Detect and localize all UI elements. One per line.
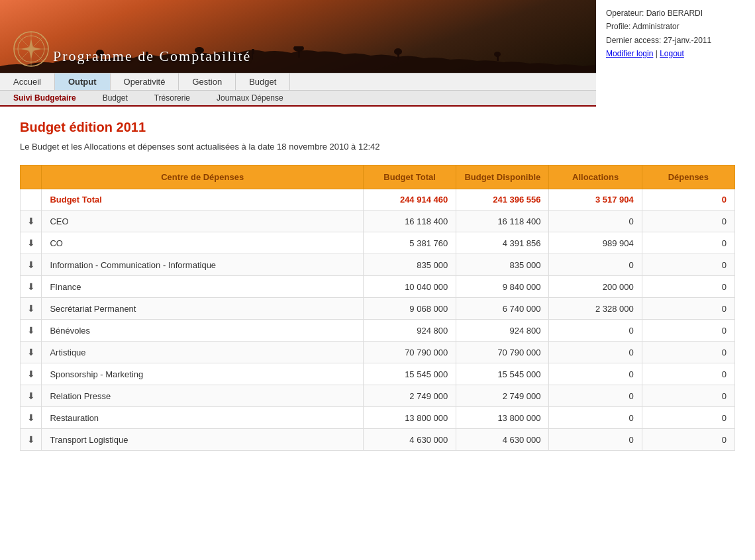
row-depenses: 0 (642, 298, 734, 320)
row-budget-total: 924 800 (363, 320, 456, 342)
header-budget-total: Budget Total (363, 165, 456, 189)
secondary-nav: Suivi Budgetaire Budget Trésorerie Journ… (0, 91, 596, 107)
budget-table: Centre de Dépenses Budget Total Budget D… (20, 165, 735, 451)
page-title: Budget édition 2011 (20, 120, 735, 135)
row-download-icon[interactable]: ⬇ (21, 429, 42, 451)
row-name: Transport Logistique (42, 429, 364, 451)
page-subtitle: Le Budget et les Allocations et dépenses… (20, 142, 735, 152)
row-name: Bénévoles (42, 320, 364, 342)
row-allocations: 0 (549, 385, 642, 407)
row-depenses: 0 (642, 254, 734, 276)
row-name: Artistique (42, 342, 364, 363)
row-allocations: 0 (549, 363, 642, 385)
row-name: CEO (42, 210, 364, 232)
header-allocations: Allocations (549, 165, 642, 189)
row-budget-disponible: 924 800 (456, 320, 549, 342)
row-download-icon[interactable]: ⬇ (21, 232, 42, 254)
nav-operativite[interactable]: Operativité (111, 73, 179, 90)
app-title: Programme de Comptabilité (0, 48, 251, 73)
row-depenses: 0 (642, 320, 734, 342)
table-row: ⬇CEO16 118 40016 118 40000 (21, 210, 735, 232)
profile-info: Profile: Administrator (606, 20, 745, 33)
row-allocations: 0 (549, 429, 642, 451)
row-budget-total: 9 068 000 (363, 298, 456, 320)
row-allocations: 0 (549, 407, 642, 429)
operateur-info: Operateur: Dario BERARDI (606, 7, 745, 20)
row-budget-disponible: 6 740 000 (456, 298, 549, 320)
total-budget-disponible: 241 396 556 (456, 189, 549, 210)
row-budget-disponible: 835 000 (456, 254, 549, 276)
nav-budget-sec[interactable]: Budget (89, 91, 141, 105)
svg-point-17 (394, 48, 402, 55)
row-budget-total: 15 545 000 (363, 363, 456, 385)
nav-suivi-budgetaire[interactable]: Suivi Budgetaire (0, 91, 89, 105)
row-allocations: 0 (549, 342, 642, 363)
header-centre-depenses: Centre de Dépenses (42, 165, 364, 189)
svg-point-19 (494, 52, 501, 57)
table-row: ⬇Bénévoles924 800924 80000 (21, 320, 735, 342)
nav-accueil[interactable]: Accueil (0, 73, 55, 90)
nav-output[interactable]: Output (55, 73, 111, 90)
row-depenses: 0 (642, 276, 734, 298)
table-row: ⬇Secrétariat Permanent9 068 0006 740 000… (21, 298, 735, 320)
nav-gestion[interactable]: Gestion (179, 73, 236, 90)
nav-journaux-depense[interactable]: Journaux Dépense (203, 91, 297, 105)
row-download-icon[interactable]: ⬇ (21, 385, 42, 407)
row-download-icon[interactable]: ⬇ (21, 342, 42, 363)
modifier-login-link[interactable]: Modifier login (606, 49, 653, 58)
row-depenses: 0 (642, 210, 734, 232)
row-download-icon[interactable]: ⬇ (21, 363, 42, 385)
total-allocations: 3 517 904 (549, 189, 642, 210)
table-header-row: Centre de Dépenses Budget Total Budget D… (21, 165, 735, 189)
table-row: ⬇Restauration13 800 00013 800 00000 (21, 407, 735, 429)
row-budget-total: 4 630 000 (363, 429, 456, 451)
row-budget-total: 13 800 000 (363, 407, 456, 429)
total-row: Budget Total 244 914 460 241 396 556 3 5… (21, 189, 735, 210)
row-depenses: 0 (642, 232, 734, 254)
table-row: ⬇Information - Communication - Informati… (21, 254, 735, 276)
row-budget-total: 835 000 (363, 254, 456, 276)
svg-rect-23 (253, 49, 254, 54)
row-depenses: 0 (642, 385, 734, 407)
header-icon-col (21, 165, 42, 189)
row-name: Relation Presse (42, 385, 364, 407)
table-row: ⬇Transport Logistique4 630 0004 630 0000… (21, 429, 735, 451)
row-budget-disponible: 4 630 000 (456, 429, 549, 451)
table-row: ⬇FInance10 040 0009 840 000200 0000 (21, 276, 735, 298)
row-budget-total: 16 118 400 (363, 210, 456, 232)
total-budget-total: 244 914 460 (363, 189, 456, 210)
row-budget-total: 2 749 000 (363, 385, 456, 407)
logout-link[interactable]: Logout (660, 49, 684, 58)
row-download-icon[interactable]: ⬇ (21, 210, 42, 232)
row-allocations: 0 (549, 320, 642, 342)
table-row: ⬇Artistique70 790 00070 790 00000 (21, 342, 735, 363)
row-allocations: 0 (549, 210, 642, 232)
nav-budget[interactable]: Budget (236, 73, 290, 90)
row-download-icon[interactable]: ⬇ (21, 254, 42, 276)
login-links: Modifier login | Logout (606, 47, 745, 60)
primary-nav: Accueil Output Operativité Gestion Budge… (0, 73, 596, 91)
row-budget-disponible: 2 749 000 (456, 385, 549, 407)
row-budget-total: 70 790 000 (363, 342, 456, 363)
row-download-icon[interactable]: ⬇ (21, 320, 42, 342)
row-download-icon[interactable]: ⬇ (21, 276, 42, 298)
table-row: ⬇CO5 381 7604 391 856989 9040 (21, 232, 735, 254)
row-download-icon[interactable]: ⬇ (21, 298, 42, 320)
row-name: Information - Communication - Informatiq… (42, 254, 364, 276)
row-budget-disponible: 9 840 000 (456, 276, 549, 298)
row-download-icon[interactable]: ⬇ (21, 407, 42, 429)
dernier-access-info: Dernier access: 27-janv.-2011 (606, 34, 745, 47)
row-name: Restauration (42, 407, 364, 429)
row-name: FInance (42, 276, 364, 298)
row-depenses: 0 (642, 407, 734, 429)
row-name: Secrétariat Permanent (42, 298, 364, 320)
row-allocations: 989 904 (549, 232, 642, 254)
nav-tresorerie[interactable]: Trésorerie (141, 91, 203, 105)
row-name: CO (42, 232, 364, 254)
row-depenses: 0 (642, 429, 734, 451)
table-row: ⬇Sponsorship - Marketing15 545 00015 545… (21, 363, 735, 385)
row-depenses: 0 (642, 342, 734, 363)
header-banner: Programme de Comptabilité (0, 0, 596, 73)
row-budget-disponible: 13 800 000 (456, 407, 549, 429)
total-icon-cell (21, 189, 42, 210)
